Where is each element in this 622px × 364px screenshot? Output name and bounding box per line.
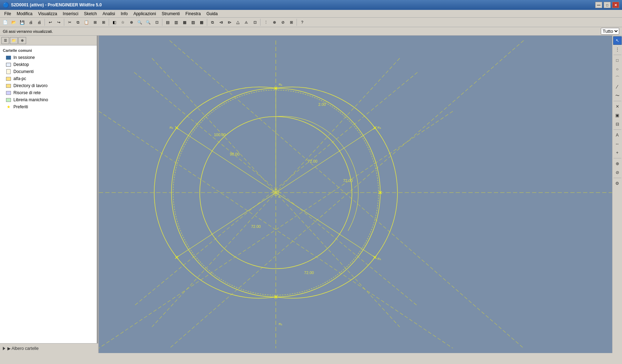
format-btn[interactable]: ⊞	[91, 18, 99, 26]
menu-item-guida[interactable]: Guida	[204, 11, 221, 17]
redo-btn[interactable]: ↪	[55, 18, 62, 26]
app-icon: 🔵	[3, 2, 9, 8]
section-header: Cartelle comuni	[0, 47, 98, 54]
grid-btn[interactable]: ⊞	[100, 18, 107, 26]
sep7	[297, 19, 297, 26]
point-tool-btn[interactable]: ▣	[613, 111, 622, 120]
paste-btn[interactable]: 📋	[83, 18, 90, 26]
menu-item-info[interactable]: Info	[118, 11, 131, 17]
tb6-4[interactable]: ⧋	[234, 18, 242, 26]
menu-item-strumenti[interactable]: Strumenti	[159, 11, 183, 17]
rectangle-tool-btn[interactable]: □	[613, 56, 622, 65]
menu-item-applicazioni[interactable]: Applicazioni	[131, 11, 159, 17]
risorse-icon	[6, 90, 11, 95]
panel-btn-1[interactable]: ☰	[1, 37, 9, 44]
copy-btn[interactable]: ⧉	[74, 18, 82, 26]
tb7-1[interactable]: ⋮	[262, 18, 270, 26]
view-btn1[interactable]: ◧	[110, 18, 118, 26]
add-tool-btn[interactable]: +	[613, 148, 622, 157]
tb7-3[interactable]: ⊘	[279, 18, 287, 26]
panel-btn-3[interactable]: ⊕	[18, 37, 26, 44]
folder-item-desktop[interactable]: Desktop	[0, 61, 98, 68]
print2-btn[interactable]: 🖨	[35, 18, 43, 26]
save-btn[interactable]: 💾	[18, 18, 26, 26]
folder-item-preferiti[interactable]: ★ Preferiti	[0, 103, 98, 110]
svg-text:72.00: 72.00	[251, 224, 261, 229]
menu-item-visualizza[interactable]: Visualizza	[35, 11, 60, 17]
tb5-1[interactable]: ▤	[164, 18, 172, 26]
tb5-5[interactable]: ▩	[198, 18, 205, 26]
modify-tool-btn[interactable]: ⊕	[613, 159, 622, 168]
menu-item-analisi[interactable]: Analisi	[100, 11, 118, 17]
extra-tool-btn[interactable]: ⚙	[613, 179, 622, 188]
panel-btn-2[interactable]: 📁	[10, 37, 18, 44]
offset-tool-btn[interactable]: ⊟	[613, 120, 622, 128]
svg-text:72.00: 72.00	[308, 159, 318, 163]
tb6-6[interactable]: ⊡	[251, 18, 259, 26]
folder-item-documenti[interactable]: Documenti	[0, 68, 98, 75]
tb5-2[interactable]: ▥	[172, 18, 180, 26]
view-btn3[interactable]: ⊕	[127, 18, 135, 26]
titlebar-controls: — □ ✕	[595, 2, 619, 8]
rt-sep5	[614, 178, 621, 178]
menu-item-inserisci[interactable]: Inserisci	[60, 11, 81, 17]
menu-item-modifica[interactable]: Modifica	[14, 11, 35, 17]
dimension-tool-btn[interactable]: ↔	[613, 140, 622, 148]
zoom-fit-btn[interactable]: ⊡	[153, 18, 161, 26]
tb5-4[interactable]: ▨	[189, 18, 197, 26]
folder-item-risorse[interactable]: Risorse di rete	[0, 89, 98, 96]
titlebar-title: S2D0001 (attivo) - Pro/ENGINEER Wildfire…	[11, 2, 102, 7]
folder-item-libreria[interactable]: Libreria manichino	[0, 96, 98, 103]
expand-tree-icon[interactable]	[3, 347, 5, 350]
close-button[interactable]: ✕	[612, 2, 619, 8]
folder-item-alfa-pc[interactable]: alfa-pc	[0, 75, 98, 82]
line-tool-btn[interactable]: ∕	[613, 83, 622, 91]
new-btn[interactable]: 📄	[1, 18, 9, 26]
rt-sep4	[614, 158, 621, 158]
arc-tool-btn[interactable]: ⌒	[613, 74, 622, 82]
menu-item-sketch[interactable]: Sketch	[81, 11, 100, 17]
help-btn[interactable]: ?	[298, 18, 306, 26]
maximize-button[interactable]: □	[604, 2, 611, 8]
zoom-in-btn[interactable]: 🔍	[136, 18, 144, 26]
canvas-area[interactable]: 2.00 100.00 98.00 72.00 72.00 72.00 72.0…	[99, 36, 612, 353]
right-toolbar: ↖ ⋮ □ ○ ⌒ ∕ 〜 ✕ ▣ ⊟ A ↔ + ⊕ ⊘ ⚙	[612, 36, 622, 353]
tb6-1[interactable]: ⧉	[209, 18, 216, 26]
spline-tool-btn[interactable]: 〜	[613, 91, 622, 100]
tb6-2[interactable]: ⧏	[217, 18, 225, 26]
filter-select[interactable]: Tutto	[601, 28, 619, 35]
libreria-icon	[6, 97, 11, 102]
titlebar: 🔵 S2D0001 (attivo) - Pro/ENGINEER Wildfi…	[0, 0, 622, 10]
tb5-3[interactable]: ▦	[181, 18, 189, 26]
minimize-button[interactable]: —	[595, 2, 602, 8]
folder-item-directory[interactable]: Directory di lavoro	[0, 82, 98, 89]
panel-resize-handle[interactable]	[97, 36, 98, 343]
folder-label-documenti: Documenti	[13, 69, 34, 74]
svg-text:R₁: R₁	[279, 322, 282, 326]
tb7-4[interactable]: ⊞	[287, 18, 295, 26]
open-btn[interactable]: 📂	[10, 18, 18, 26]
menu-item-file[interactable]: File	[1, 11, 14, 17]
select-tool-btn[interactable]: ↖	[613, 36, 622, 45]
cross-tool-btn[interactable]: ✕	[613, 102, 622, 111]
session-icon	[6, 55, 11, 60]
documenti-icon	[6, 69, 11, 74]
folder-label-preferiti: Preferiti	[13, 104, 28, 109]
print-btn[interactable]: 🖨	[27, 18, 35, 26]
circle-tool-btn[interactable]: ○	[613, 65, 622, 73]
cut-btn[interactable]: ✂	[66, 18, 73, 26]
delete-tool-btn[interactable]: ⊘	[613, 168, 622, 177]
tb7-2[interactable]: ⊕	[270, 18, 278, 26]
folder-label-alfa-pc: alfa-pc	[13, 76, 26, 81]
svg-text:R₁: R₁	[279, 83, 282, 86]
tb6-3[interactable]: ⧐	[226, 18, 233, 26]
more-tool-btn[interactable]: ⋮	[613, 45, 622, 54]
view-btn2[interactable]: ☆	[119, 18, 127, 26]
menu-item-finestra[interactable]: Finestra	[183, 11, 203, 17]
svg-text:R₁: R₁	[377, 126, 381, 129]
text-tool-btn[interactable]: A	[613, 131, 622, 139]
undo-btn[interactable]: ↩	[46, 18, 54, 26]
tb6-5[interactable]: ⧌	[243, 18, 250, 26]
folder-item-in-sessione[interactable]: In sessione	[0, 54, 98, 61]
zoom-out-btn[interactable]: 🔍	[144, 18, 152, 26]
